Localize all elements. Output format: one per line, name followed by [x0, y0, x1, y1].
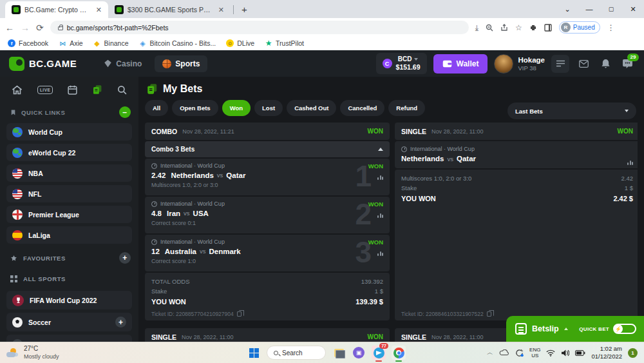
currency-selector[interactable]: C BCD $151.69	[376, 53, 427, 74]
onedrive-icon[interactable]	[499, 349, 509, 356]
stake-value: 1 $	[625, 184, 633, 191]
volume-icon[interactable]	[561, 349, 569, 357]
folder-icon	[334, 349, 344, 357]
my-bets-icon	[146, 83, 158, 95]
new-tab-button[interactable]: +	[242, 4, 247, 15]
sync-icon[interactable]	[515, 349, 524, 357]
wallet-icon	[442, 59, 452, 68]
notifications-button[interactable]	[598, 59, 613, 68]
page-title: My Bets	[145, 82, 638, 100]
bookmark-facebook[interactable]: fFacebook	[8, 39, 48, 47]
live-icon[interactable]: LIVE	[37, 86, 53, 94]
save-icon[interactable]: ⤓	[475, 23, 478, 32]
quick-bet-toggle[interactable]: ⚡	[613, 324, 636, 334]
chrome-button[interactable]	[392, 346, 406, 360]
sidebar-item-world-cup[interactable]: World Cup	[6, 123, 132, 141]
battery-icon[interactable]	[575, 350, 585, 356]
chat-button[interactable]: 29	[620, 59, 635, 68]
single-bet-card-partial[interactable]: SINGLE Nov 28, 2022, 11:00 WON	[145, 328, 390, 342]
side-panel-icon[interactable]	[544, 24, 552, 32]
sidebar-item-nfl[interactable]: NFL	[6, 185, 132, 202]
back-icon[interactable]: ←	[5, 23, 14, 33]
profile-button[interactable]: R Paused	[559, 21, 600, 34]
sidebar-item-partial[interactable]	[6, 335, 132, 342]
sidebar-item-fifa-world-cup[interactable]: FIFA World Cup 2022	[6, 291, 132, 309]
bookmark-star-icon[interactable]: ☆	[515, 23, 522, 32]
home-icon[interactable]	[12, 85, 23, 95]
copy-icon[interactable]	[237, 311, 242, 317]
sidebar-item-premier-league[interactable]: Premier League	[6, 206, 132, 223]
bookmark-axie[interactable]: ⋈Axie	[59, 39, 82, 47]
add-favourite-button[interactable]: +	[119, 252, 131, 264]
status-badge: WON	[368, 239, 383, 246]
filter-cancelled[interactable]: Cancelled	[340, 100, 384, 116]
collapse-button[interactable]: –	[119, 106, 131, 118]
extensions-icon[interactable]	[529, 24, 537, 32]
zoom-icon[interactable]	[486, 24, 493, 32]
chat-app-button[interactable]: ▣	[352, 346, 366, 360]
browser-tab-1[interactable]: BC.Game: Crypto Casino Games ✕	[5, 1, 108, 18]
weather-icon	[6, 348, 19, 357]
bookmark-bitcoin-casino[interactable]: ◈Bitcoin Casino - Bits...	[139, 39, 216, 47]
language-switcher[interactable]: ENG US	[529, 347, 540, 358]
user-profile[interactable]: Hokage VIP 38	[494, 54, 545, 74]
stats-icon[interactable]	[627, 161, 633, 165]
filter-cashed-out[interactable]: Cashed Out	[287, 100, 336, 116]
reload-icon[interactable]: ⟳	[36, 23, 44, 33]
share-icon[interactable]	[500, 24, 508, 32]
search-icon[interactable]	[117, 85, 127, 95]
bookmark-binance[interactable]: ◆Binance	[93, 39, 129, 47]
weather-widget[interactable]: 27°C Mostly cloudy	[6, 345, 59, 360]
filter-lost[interactable]: Lost	[254, 100, 283, 116]
notification-badge[interactable]: 1	[628, 348, 638, 358]
clock[interactable]: 1:02 am 01/12/2022	[591, 345, 622, 360]
bcgame-favicon	[115, 5, 124, 14]
bets-column-left: COMBO Nov 28, 2022, 11:21 WON Combo 3 Be…	[145, 123, 390, 342]
tray-chevron-icon[interactable]: ︿	[487, 348, 493, 357]
wallet-button[interactable]: Wallet	[433, 54, 488, 74]
address-bar[interactable]: bc.game/sports?bt-path=%2Fbets	[50, 21, 469, 34]
maximize-button[interactable]: ▢	[600, 0, 622, 18]
bookmark-dlive[interactable]: ☺DLive	[226, 39, 254, 47]
tab-close-icon[interactable]: ✕	[217, 6, 225, 14]
my-bets-page: My Bets All Open Bets Won Lost Cashed Ou…	[138, 77, 644, 342]
betslip-bar[interactable]: Betslip QUICK BET ⚡	[506, 316, 644, 342]
combo-summary-row[interactable]: Combo 3 Bets	[145, 141, 390, 157]
menu-dots-icon[interactable]: ⋮	[607, 23, 615, 32]
close-window-button[interactable]: ✕	[622, 0, 644, 18]
stats-icon[interactable]	[377, 175, 383, 180]
nav-sports[interactable]: Sports	[155, 55, 207, 72]
calendar-icon[interactable]	[68, 85, 77, 95]
sort-dropdown[interactable]: Last Bets	[507, 103, 636, 119]
stats-icon[interactable]	[377, 213, 383, 218]
filter-refund[interactable]: Refund	[388, 100, 425, 116]
inbox-button[interactable]	[576, 60, 591, 68]
tab-close-icon[interactable]: ✕	[95, 6, 103, 14]
copy-icon[interactable]	[487, 311, 491, 317]
file-explorer-button[interactable]	[332, 346, 346, 360]
taskbar-search[interactable]: Search	[267, 346, 326, 360]
add-soccer-button[interactable]: +	[115, 317, 126, 328]
lightning-icon: ⚡	[614, 324, 623, 333]
sidebar-item-eworld-cup[interactable]: eWorld Cup 22	[6, 144, 132, 161]
sidebar-item-laliga[interactable]: LaLiga	[6, 226, 132, 244]
stats-icon[interactable]	[377, 251, 383, 256]
filter-won[interactable]: Won	[222, 100, 251, 116]
tab-search-icon[interactable]: ⌄	[556, 0, 578, 18]
my-bets-icon[interactable]	[92, 84, 102, 95]
sidebar-item-nba[interactable]: NBA	[6, 164, 132, 182]
start-button[interactable]	[247, 346, 261, 360]
minimize-button[interactable]: —	[578, 0, 600, 18]
forward-icon[interactable]: →	[21, 23, 30, 33]
bookmark-trustpilot[interactable]: ★TrustPilot	[265, 39, 304, 47]
filter-open-bets[interactable]: Open Bets	[172, 100, 218, 116]
telegram-button[interactable]: 77	[372, 346, 386, 360]
sidebar-item-soccer[interactable]: Soccer +	[6, 313, 132, 331]
wifi-icon[interactable]	[546, 349, 555, 357]
filter-all[interactable]: All	[145, 100, 168, 116]
nav-casino[interactable]: Casino	[96, 55, 149, 72]
browser-tab-2[interactable]: $300 BC.GAME Sports Parlays Ch ✕	[108, 1, 231, 18]
bet-totals: Multiscores 1:0, 2:0 or 3:02.42 Stake1 $…	[395, 170, 638, 320]
bet-list-button[interactable]	[551, 55, 569, 73]
bcgame-logo[interactable]: BC.GAME	[9, 57, 77, 71]
